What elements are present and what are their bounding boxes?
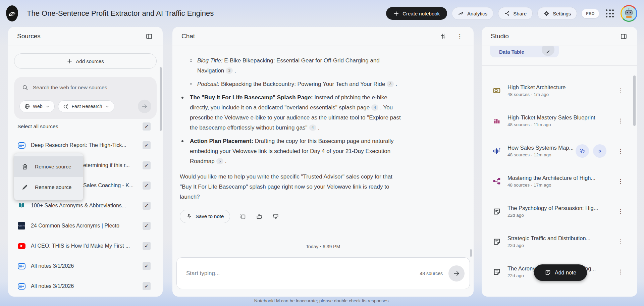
source-checkbox[interactable] xyxy=(143,141,151,149)
web-filter-dropdown[interactable]: Web xyxy=(19,100,55,112)
chat-more-icon[interactable]: ⋮ xyxy=(454,31,466,42)
item-more-icon[interactable]: ⋮ xyxy=(616,208,625,215)
source-checkbox[interactable] xyxy=(143,222,151,230)
play-button[interactable] xyxy=(593,144,606,158)
add-note-button[interactable]: Add note xyxy=(534,264,587,281)
data-table-icon xyxy=(492,86,502,95)
closing-paragraph: Would you like me to help you write the … xyxy=(180,172,462,202)
item-more-icon[interactable]: ⋮ xyxy=(616,117,625,124)
source-checkbox[interactable] xyxy=(143,182,151,190)
thumbs-up-icon[interactable] xyxy=(256,213,263,220)
bullet-icon xyxy=(190,59,192,62)
source-row[interactable]: m+ All notes 3/1/2026 xyxy=(8,276,163,296)
notebooklm-logo-icon[interactable] xyxy=(6,5,18,21)
studio-divider xyxy=(482,65,637,66)
studio-body: Data Table High Ticket Architecture 48 s… xyxy=(482,46,637,297)
disclaimer-text: NotebookLM can be inaccurate; please dou… xyxy=(0,298,644,303)
chat-header: Chat ⋮ xyxy=(172,27,474,46)
source-checkbox[interactable] xyxy=(143,242,151,250)
pin-icon xyxy=(186,213,192,219)
bullet-icon xyxy=(190,83,192,85)
studio-item[interactable]: Mastering the Architecture of High... 48… xyxy=(482,166,637,196)
studio-item[interactable]: The Psychology of Persuasion: Hig... 22d… xyxy=(482,196,637,226)
source-checkbox[interactable] xyxy=(143,282,151,290)
source-checkbox[interactable] xyxy=(143,262,151,270)
list-item-podcast: Podcast: Bikepacking the Backcountry: Po… xyxy=(180,79,462,89)
item-more-icon[interactable]: ⋮ xyxy=(616,148,625,155)
studio-item[interactable]: Strategic Traffic and Distribution... 22… xyxy=(482,226,637,257)
gear-icon xyxy=(543,10,550,17)
source-row[interactable]: m+ Deep Research Report: The High-Tick..… xyxy=(8,135,163,155)
share-icon xyxy=(504,10,510,16)
studio-item[interactable]: High-Ticket Mastery Sales Blueprint 48 s… xyxy=(482,106,637,136)
source-checkbox[interactable] xyxy=(143,161,151,169)
search-filter-row: Web Fast Research xyxy=(19,100,151,113)
bullet-icon xyxy=(181,97,183,99)
add-note-icon xyxy=(545,269,551,276)
save-to-note-button[interactable]: Save to note xyxy=(180,210,230,223)
search-submit-button[interactable] xyxy=(138,100,151,113)
remove-source-menu-item[interactable]: Remove source xyxy=(14,156,83,177)
interactive-mode-button[interactable] xyxy=(576,144,589,158)
notebook-title[interactable]: The One-Sentence Profit Extractor and AI… xyxy=(27,9,214,18)
chat-settings-icon[interactable] xyxy=(437,31,449,42)
source-row[interactable]: m+ All notes 3/1/2026 xyxy=(8,256,163,276)
plecto-favicon: PLECTO xyxy=(18,222,25,230)
expand-panel-icon[interactable] xyxy=(618,31,629,42)
citation-chip[interactable]: 4 xyxy=(371,104,378,111)
mindmap-icon xyxy=(492,177,502,186)
source-checkbox[interactable] xyxy=(143,202,151,210)
top-bar-actions: Create notebook Analytics Share Settings… xyxy=(386,5,637,22)
avatar-image xyxy=(622,6,636,21)
share-button[interactable]: Share xyxy=(498,7,533,20)
note-doc-icon: m+ xyxy=(18,142,25,149)
select-all-checkbox[interactable] xyxy=(143,122,151,131)
item-more-icon[interactable]: ⋮ xyxy=(616,87,625,94)
chat-input[interactable] xyxy=(185,270,420,277)
studio-title: Studio xyxy=(491,33,509,40)
bullet-icon xyxy=(181,140,183,142)
item-more-icon[interactable]: ⋮ xyxy=(616,178,625,185)
item-more-icon[interactable]: ⋮ xyxy=(616,268,625,275)
studio-list: High Ticket Architecture 48 sources · 1m… xyxy=(482,75,637,297)
citation-chip[interactable]: 5 xyxy=(216,158,223,164)
sources-scrollbar[interactable] xyxy=(160,67,162,131)
chat-scrollbar[interactable] xyxy=(470,249,472,257)
note-doc-icon: m+ xyxy=(18,283,25,290)
source-row[interactable]: AI CEO: THIS is How I'd Make My First ..… xyxy=(8,236,163,256)
citation-chip[interactable]: 4 xyxy=(309,124,316,131)
source-context-menu: Remove source Rename source xyxy=(14,153,83,200)
studio-scrollbar[interactable] xyxy=(633,75,636,126)
search-placeholder: Search the web for new sources xyxy=(33,85,107,91)
research-mode-dropdown[interactable]: Fast Research xyxy=(58,100,114,112)
bar-chart-icon xyxy=(492,117,502,125)
top-bar: The One-Sentence Profit Extractor and AI… xyxy=(0,0,644,27)
thumbs-down-icon[interactable] xyxy=(272,213,279,220)
list-item-action-plan: Action Plan Placement: Drafting the copy… xyxy=(180,136,462,166)
send-button[interactable] xyxy=(448,265,465,282)
list-item-splash-page: The "Buy It For Life Basecamp" Splash Pa… xyxy=(180,93,462,133)
apps-grid-icon[interactable] xyxy=(606,9,614,17)
pro-badge: PRO xyxy=(582,9,599,18)
copy-icon[interactable] xyxy=(239,213,247,220)
analytics-button[interactable]: Analytics xyxy=(452,7,493,20)
trending-up-icon xyxy=(458,10,464,17)
globe-icon xyxy=(24,103,30,109)
studio-item[interactable]: How Sales Systems Map... 48 sources · 12… xyxy=(482,136,637,166)
avatar[interactable] xyxy=(621,5,637,22)
create-notebook-button[interactable]: Create notebook xyxy=(386,7,447,20)
add-sources-button[interactable]: Add sources xyxy=(14,53,157,69)
settings-button[interactable]: Settings xyxy=(537,7,577,20)
chat-input-box: 48 sources xyxy=(176,257,470,289)
citation-chip[interactable]: 3 xyxy=(226,67,233,74)
source-row[interactable]: PLECTO 24 Common Sales Acronyms | Plecto xyxy=(8,216,163,236)
chat-title: Chat xyxy=(181,33,195,40)
collapse-panel-icon[interactable] xyxy=(143,31,155,42)
rename-source-menu-item[interactable]: Rename source xyxy=(14,177,83,197)
studio-item[interactable]: The Content Creation Engine: Wee... ⋮ xyxy=(482,287,637,297)
source-search-input[interactable]: Search the web for new sources xyxy=(19,83,151,92)
studio-item[interactable]: High Ticket Architecture 48 sources · 1m… xyxy=(482,75,637,106)
item-more-icon[interactable]: ⋮ xyxy=(616,238,625,245)
chevron-down-icon xyxy=(45,104,50,109)
citation-chip[interactable]: 3 xyxy=(387,81,394,87)
